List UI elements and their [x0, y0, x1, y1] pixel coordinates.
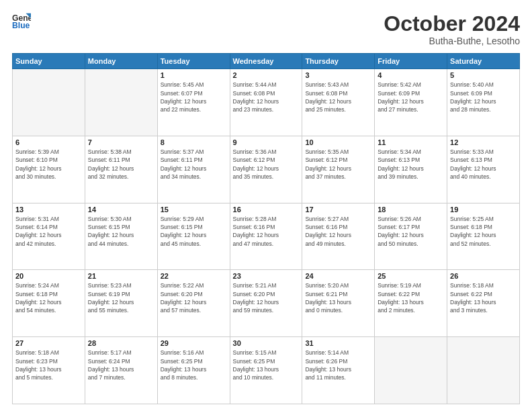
calendar-cell: [85, 69, 157, 136]
page: General Blue October 2024 Butha-Buthe, L…: [0, 0, 532, 411]
day-info: Sunrise: 5:31 AM Sunset: 6:14 PM Dayligh…: [15, 215, 82, 248]
day-info: Sunrise: 5:26 AM Sunset: 6:17 PM Dayligh…: [378, 215, 444, 248]
logo-icon: General Blue: [12, 12, 31, 31]
calendar-cell: [13, 69, 85, 136]
calendar-cell: 9Sunrise: 5:36 AM Sunset: 6:12 PM Daylig…: [230, 136, 302, 203]
day-number: 3: [305, 71, 371, 79]
day-info: Sunrise: 5:21 AM Sunset: 6:20 PM Dayligh…: [233, 281, 300, 314]
calendar-cell: 14Sunrise: 5:30 AM Sunset: 6:15 PM Dayli…: [85, 203, 157, 270]
day-number: 31: [305, 339, 371, 347]
calendar-cell: 3Sunrise: 5:43 AM Sunset: 6:08 PM Daylig…: [302, 69, 375, 136]
calendar-cell: [447, 337, 520, 404]
day-number: 8: [161, 138, 227, 146]
calendar-cell: 27Sunrise: 5:18 AM Sunset: 6:23 PM Dayli…: [13, 337, 85, 404]
calendar-cell: 30Sunrise: 5:15 AM Sunset: 6:25 PM Dayli…: [230, 337, 302, 404]
calendar-cell: 16Sunrise: 5:28 AM Sunset: 6:16 PM Dayli…: [230, 203, 302, 270]
day-info: Sunrise: 5:40 AM Sunset: 6:09 PM Dayligh…: [450, 81, 517, 113]
day-number: 1: [161, 71, 227, 79]
day-number: 10: [305, 138, 371, 146]
day-number: 9: [233, 138, 300, 146]
calendar-cell: 28Sunrise: 5:17 AM Sunset: 6:24 PM Dayli…: [85, 337, 157, 404]
main-title: October 2024: [384, 12, 520, 36]
subtitle: Butha-Buthe, Lesotho: [384, 36, 520, 46]
day-info: Sunrise: 5:22 AM Sunset: 6:20 PM Dayligh…: [161, 281, 227, 314]
calendar-cell: 4Sunrise: 5:42 AM Sunset: 6:09 PM Daylig…: [375, 69, 447, 136]
day-info: Sunrise: 5:19 AM Sunset: 6:22 PM Dayligh…: [378, 281, 444, 314]
day-number: 11: [378, 138, 444, 146]
day-info: Sunrise: 5:35 AM Sunset: 6:12 PM Dayligh…: [305, 148, 371, 181]
day-info: Sunrise: 5:17 AM Sunset: 6:24 PM Dayligh…: [88, 349, 154, 381]
day-number: 15: [161, 205, 227, 214]
header: General Blue October 2024 Butha-Buthe, L…: [12, 12, 520, 46]
day-number: 7: [88, 138, 154, 146]
day-info: Sunrise: 5:33 AM Sunset: 6:13 PM Dayligh…: [450, 148, 517, 181]
calendar-cell: [375, 337, 447, 404]
day-info: Sunrise: 5:39 AM Sunset: 6:10 PM Dayligh…: [15, 148, 82, 181]
day-info: Sunrise: 5:20 AM Sunset: 6:21 PM Dayligh…: [305, 281, 371, 314]
day-info: Sunrise: 5:24 AM Sunset: 6:18 PM Dayligh…: [15, 281, 82, 314]
day-number: 21: [88, 272, 154, 280]
day-info: Sunrise: 5:15 AM Sunset: 6:25 PM Dayligh…: [233, 349, 300, 381]
day-number: 14: [88, 205, 154, 214]
day-number: 16: [233, 205, 300, 214]
logo: General Blue: [12, 12, 31, 31]
day-info: Sunrise: 5:16 AM Sunset: 6:25 PM Dayligh…: [161, 349, 227, 381]
day-info: Sunrise: 5:38 AM Sunset: 6:11 PM Dayligh…: [88, 148, 154, 181]
calendar-cell: 8Sunrise: 5:37 AM Sunset: 6:11 PM Daylig…: [157, 136, 230, 203]
calendar-cell: 25Sunrise: 5:19 AM Sunset: 6:22 PM Dayli…: [375, 270, 447, 337]
weekday-header: Friday: [375, 54, 447, 69]
day-number: 2: [233, 71, 300, 79]
day-number: 13: [15, 205, 82, 214]
calendar-cell: 24Sunrise: 5:20 AM Sunset: 6:21 PM Dayli…: [302, 270, 375, 337]
day-info: Sunrise: 5:27 AM Sunset: 6:16 PM Dayligh…: [305, 215, 371, 248]
day-number: 27: [15, 339, 82, 347]
calendar-cell: 2Sunrise: 5:44 AM Sunset: 6:08 PM Daylig…: [230, 69, 302, 136]
day-info: Sunrise: 5:44 AM Sunset: 6:08 PM Dayligh…: [233, 81, 300, 113]
day-number: 28: [88, 339, 154, 347]
weekday-header: Thursday: [302, 54, 375, 69]
calendar-cell: 7Sunrise: 5:38 AM Sunset: 6:11 PM Daylig…: [85, 136, 157, 203]
calendar-cell: 13Sunrise: 5:31 AM Sunset: 6:14 PM Dayli…: [13, 203, 85, 270]
calendar-cell: 6Sunrise: 5:39 AM Sunset: 6:10 PM Daylig…: [13, 136, 85, 203]
day-number: 6: [15, 138, 82, 146]
title-block: October 2024 Butha-Buthe, Lesotho: [384, 12, 520, 46]
calendar-cell: 23Sunrise: 5:21 AM Sunset: 6:20 PM Dayli…: [230, 270, 302, 337]
day-info: Sunrise: 5:28 AM Sunset: 6:16 PM Dayligh…: [233, 215, 300, 248]
day-info: Sunrise: 5:42 AM Sunset: 6:09 PM Dayligh…: [378, 81, 444, 113]
day-info: Sunrise: 5:37 AM Sunset: 6:11 PM Dayligh…: [161, 148, 227, 181]
day-number: 30: [233, 339, 300, 347]
calendar-cell: 5Sunrise: 5:40 AM Sunset: 6:09 PM Daylig…: [447, 69, 520, 136]
calendar-cell: 17Sunrise: 5:27 AM Sunset: 6:16 PM Dayli…: [302, 203, 375, 270]
weekday-header: Tuesday: [157, 54, 230, 69]
day-number: 18: [378, 205, 444, 214]
weekday-header: Sunday: [13, 54, 85, 69]
weekday-header: Monday: [85, 54, 157, 69]
calendar-cell: 20Sunrise: 5:24 AM Sunset: 6:18 PM Dayli…: [13, 270, 85, 337]
day-number: 17: [305, 205, 371, 214]
calendar-cell: 31Sunrise: 5:14 AM Sunset: 6:26 PM Dayli…: [302, 337, 375, 404]
day-info: Sunrise: 5:45 AM Sunset: 6:07 PM Dayligh…: [161, 81, 227, 113]
day-info: Sunrise: 5:23 AM Sunset: 6:19 PM Dayligh…: [88, 281, 154, 314]
day-number: 23: [233, 272, 300, 280]
day-info: Sunrise: 5:18 AM Sunset: 6:23 PM Dayligh…: [15, 349, 82, 381]
calendar-table: SundayMondayTuesdayWednesdayThursdayFrid…: [12, 53, 520, 404]
day-number: 20: [15, 272, 82, 280]
weekday-header: Wednesday: [230, 54, 302, 69]
calendar-cell: 26Sunrise: 5:18 AM Sunset: 6:22 PM Dayli…: [447, 270, 520, 337]
calendar-cell: 29Sunrise: 5:16 AM Sunset: 6:25 PM Dayli…: [157, 337, 230, 404]
calendar-cell: 22Sunrise: 5:22 AM Sunset: 6:20 PM Dayli…: [157, 270, 230, 337]
day-number: 29: [161, 339, 227, 347]
day-info: Sunrise: 5:25 AM Sunset: 6:18 PM Dayligh…: [450, 215, 517, 248]
day-info: Sunrise: 5:29 AM Sunset: 6:15 PM Dayligh…: [161, 215, 227, 248]
svg-text:Blue: Blue: [12, 21, 30, 30]
day-number: 25: [378, 272, 444, 280]
calendar-cell: 21Sunrise: 5:23 AM Sunset: 6:19 PM Dayli…: [85, 270, 157, 337]
day-info: Sunrise: 5:18 AM Sunset: 6:22 PM Dayligh…: [450, 281, 517, 314]
day-number: 4: [378, 71, 444, 79]
calendar-cell: 15Sunrise: 5:29 AM Sunset: 6:15 PM Dayli…: [157, 203, 230, 270]
day-info: Sunrise: 5:36 AM Sunset: 6:12 PM Dayligh…: [233, 148, 300, 181]
calendar-cell: 19Sunrise: 5:25 AM Sunset: 6:18 PM Dayli…: [447, 203, 520, 270]
day-number: 26: [450, 272, 517, 280]
day-number: 22: [161, 272, 227, 280]
weekday-header: Saturday: [447, 54, 520, 69]
